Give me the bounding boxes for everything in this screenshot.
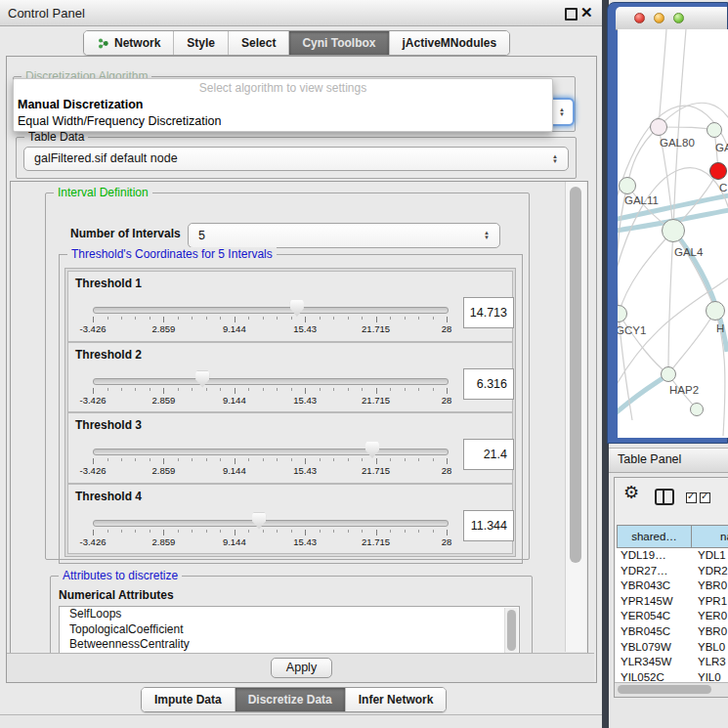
slider-tick: [376, 388, 377, 394]
tab-label: Select: [241, 36, 276, 50]
cell-shared-name: YBR045C: [616, 624, 690, 640]
slider-tick: [192, 317, 193, 320]
table-row[interactable]: YPR145WYPR1: [616, 594, 728, 610]
slider-tick: [362, 317, 363, 320]
number-of-intervals-label: Number of Intervals: [70, 227, 181, 240]
close-icon[interactable]: ✕: [580, 4, 593, 21]
table-row[interactable]: YDR27…YDR2: [616, 564, 728, 579]
slider-track[interactable]: [93, 378, 449, 385]
table-hscrollbar-thumb[interactable]: [618, 685, 711, 694]
number-of-intervals-spinner[interactable]: 5 ▲▼: [188, 223, 500, 248]
settings-scrollbar-thumb[interactable]: [570, 187, 581, 563]
slider-tick: [362, 530, 363, 533]
yellow-light-icon[interactable]: [654, 13, 664, 23]
slider-handle[interactable]: [365, 442, 379, 458]
tab-label: Discretize Data: [248, 693, 332, 707]
slider-tick: [263, 530, 264, 533]
slider-tick-label: 28: [425, 465, 468, 476]
tab-cyni-toolbox[interactable]: Cyni Toolbox: [289, 31, 389, 55]
network-node-gal11[interactable]: [619, 177, 636, 194]
threshold-value-field[interactable]: 21.4: [463, 439, 514, 470]
popup-item-manual-discretization[interactable]: Manual Discretization: [14, 97, 552, 113]
numerical-attributes-label: Numerical Attributes: [59, 588, 174, 602]
slider-track[interactable]: [93, 449, 449, 455]
slider-handle[interactable]: [195, 371, 209, 388]
slider-tick-label: 21.715: [355, 465, 398, 476]
column-header-shared[interactable]: shared…: [617, 525, 692, 548]
green-light-icon[interactable]: [673, 13, 684, 23]
slider-tick: [447, 388, 448, 394]
slider-tick: [390, 388, 391, 391]
columns-icon[interactable]: [655, 489, 674, 505]
combo-arrows-icon: ▲▼: [552, 154, 558, 164]
slider-track[interactable]: [93, 520, 449, 527]
tab-infer-network[interactable]: Infer Network: [346, 688, 447, 711]
table-hscrollbar-track[interactable]: [615, 682, 728, 697]
network-node-gal80[interactable]: [650, 118, 667, 136]
network-node-c[interactable]: [709, 162, 727, 180]
slider-tick: [107, 530, 108, 533]
table-row[interactable]: YBR045CYBR0: [616, 624, 728, 640]
numerical-attributes-list[interactable]: SelfLoopsTopologicalCoefficientBetweenne…: [59, 606, 520, 655]
slider-tick: [107, 388, 108, 391]
threshold-value-field[interactable]: 6.316: [463, 368, 514, 400]
slider-tick: [348, 317, 349, 320]
table-row[interactable]: YBR043CYBR0: [616, 578, 728, 594]
thresholds-group: Threshold's Coordinates for 5 Intervals …: [59, 254, 523, 564]
table-row[interactable]: YDL19…YDL1: [616, 548, 728, 564]
tab-discretize-data[interactable]: Discretize Data: [236, 688, 346, 711]
list-scrollbar-track[interactable]: [504, 608, 518, 655]
slider-tick: [220, 530, 221, 533]
red-light-icon[interactable]: [634, 13, 645, 23]
apply-button[interactable]: Apply: [271, 658, 332, 678]
settings-scrollbar-track[interactable]: [565, 182, 586, 652]
cell-shared-name: YBR043C: [616, 578, 690, 594]
popup-item-equal-width-frequency-discretization[interactable]: Equal Width/Frequency Discretization: [14, 113, 552, 130]
tab-impute-data[interactable]: Impute Data: [142, 688, 236, 711]
threshold-label: Threshold 3: [75, 418, 142, 432]
tab-jactivemnodules[interactable]: jActiveMNodules: [390, 31, 510, 55]
slider-track[interactable]: [93, 307, 449, 314]
cell-shared-name: YDL19…: [616, 548, 690, 564]
slider-tick: [376, 317, 377, 322]
gear-icon[interactable]: ⚙: [623, 484, 639, 501]
slider-handle[interactable]: [290, 300, 304, 317]
list-item-selfloops[interactable]: SelfLoops: [60, 607, 519, 622]
table-row[interactable]: YBL079WYBL0: [616, 640, 728, 656]
number-of-intervals-value: 5: [189, 224, 499, 247]
table-row[interactable]: YLR345WYLR3: [616, 655, 728, 670]
checkbox-icon[interactable]: [700, 492, 710, 503]
slider-tick: [405, 458, 406, 461]
top-tab-bar: NetworkStyleSelectCyni ToolboxjActiveMNo…: [83, 30, 510, 56]
network-canvas[interactable]: GAL80GACGAL11GAL4GCY1HHAP2: [618, 29, 728, 438]
network-node-ga[interactable]: [707, 122, 722, 138]
network-node-gal4[interactable]: [662, 219, 685, 242]
list-item-betweennesscentrality[interactable]: BetweennessCentrality: [60, 637, 519, 653]
slider-tick: [107, 458, 108, 461]
tab-network[interactable]: Network: [84, 31, 174, 55]
table-panel-body: ⚙ shared… na YDL19…YDL1YDR27…YDR2YBR043C…: [614, 477, 728, 698]
network-node-h[interactable]: [706, 301, 725, 321]
tab-select[interactable]: Select: [229, 31, 289, 55]
threshold-value-field[interactable]: 11.344: [463, 510, 514, 541]
network-node[interactable]: [690, 403, 704, 416]
tab-label: Cyni Toolbox: [302, 36, 375, 50]
slider-tick: [192, 388, 193, 391]
tab-style[interactable]: Style: [174, 31, 229, 55]
slider-handle[interactable]: [252, 513, 266, 530]
checkbox-icon[interactable]: [686, 492, 697, 503]
column-header-name[interactable]: na: [691, 525, 728, 548]
list-item-topologicalcoefficient[interactable]: TopologicalCoefficient: [60, 622, 519, 638]
slider-tick: [263, 458, 264, 461]
float-icon[interactable]: [565, 8, 578, 21]
threshold-value-field[interactable]: 14.713: [463, 297, 514, 328]
slider-tick: [163, 530, 164, 535]
network-node-hap2[interactable]: [661, 366, 676, 382]
slider-tick: [376, 458, 377, 464]
table-data-combobox[interactable]: galFiltered.sif default node ▲▼: [23, 147, 569, 171]
table-row[interactable]: YER054CYER0: [616, 609, 728, 624]
slider-tick: [163, 317, 164, 322]
list-scrollbar-thumb[interactable]: [507, 610, 516, 651]
spinner-arrows-icon: ▲▼: [484, 231, 490, 240]
table-row[interactable]: YIL052CYIL0: [616, 670, 728, 682]
